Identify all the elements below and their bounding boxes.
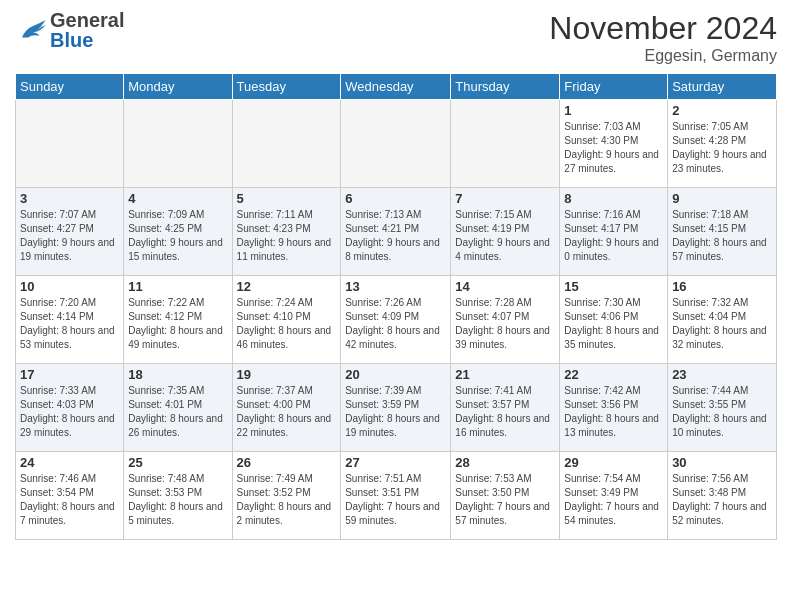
day-number: 23	[672, 367, 772, 382]
table-row: 9Sunrise: 7:18 AM Sunset: 4:15 PM Daylig…	[668, 188, 777, 276]
header-thursday: Thursday	[451, 74, 560, 100]
day-info: Sunrise: 7:20 AM Sunset: 4:14 PM Dayligh…	[20, 296, 119, 352]
day-number: 19	[237, 367, 337, 382]
day-number: 18	[128, 367, 227, 382]
day-info: Sunrise: 7:53 AM Sunset: 3:50 PM Dayligh…	[455, 472, 555, 528]
table-row	[124, 100, 232, 188]
day-number: 9	[672, 191, 772, 206]
table-row: 1Sunrise: 7:03 AM Sunset: 4:30 PM Daylig…	[560, 100, 668, 188]
table-row: 29Sunrise: 7:54 AM Sunset: 3:49 PM Dayli…	[560, 452, 668, 540]
table-row: 27Sunrise: 7:51 AM Sunset: 3:51 PM Dayli…	[341, 452, 451, 540]
day-info: Sunrise: 7:15 AM Sunset: 4:19 PM Dayligh…	[455, 208, 555, 264]
header-wednesday: Wednesday	[341, 74, 451, 100]
day-number: 16	[672, 279, 772, 294]
page-container: General Blue November 2024 Eggesin, Germ…	[0, 0, 792, 550]
table-row	[451, 100, 560, 188]
table-row: 24Sunrise: 7:46 AM Sunset: 3:54 PM Dayli…	[16, 452, 124, 540]
calendar-week-row: 1Sunrise: 7:03 AM Sunset: 4:30 PM Daylig…	[16, 100, 777, 188]
table-row: 18Sunrise: 7:35 AM Sunset: 4:01 PM Dayli…	[124, 364, 232, 452]
day-info: Sunrise: 7:51 AM Sunset: 3:51 PM Dayligh…	[345, 472, 446, 528]
day-number: 8	[564, 191, 663, 206]
calendar-week-row: 24Sunrise: 7:46 AM Sunset: 3:54 PM Dayli…	[16, 452, 777, 540]
day-info: Sunrise: 7:11 AM Sunset: 4:23 PM Dayligh…	[237, 208, 337, 264]
day-number: 17	[20, 367, 119, 382]
day-number: 12	[237, 279, 337, 294]
day-info: Sunrise: 7:46 AM Sunset: 3:54 PM Dayligh…	[20, 472, 119, 528]
day-info: Sunrise: 7:35 AM Sunset: 4:01 PM Dayligh…	[128, 384, 227, 440]
day-number: 15	[564, 279, 663, 294]
logo-blue: Blue	[50, 30, 124, 50]
table-row: 6Sunrise: 7:13 AM Sunset: 4:21 PM Daylig…	[341, 188, 451, 276]
table-row: 28Sunrise: 7:53 AM Sunset: 3:50 PM Dayli…	[451, 452, 560, 540]
header-sunday: Sunday	[16, 74, 124, 100]
day-number: 1	[564, 103, 663, 118]
day-info: Sunrise: 7:39 AM Sunset: 3:59 PM Dayligh…	[345, 384, 446, 440]
calendar-week-row: 10Sunrise: 7:20 AM Sunset: 4:14 PM Dayli…	[16, 276, 777, 364]
day-info: Sunrise: 7:13 AM Sunset: 4:21 PM Dayligh…	[345, 208, 446, 264]
table-row	[232, 100, 341, 188]
day-number: 3	[20, 191, 119, 206]
table-row: 21Sunrise: 7:41 AM Sunset: 3:57 PM Dayli…	[451, 364, 560, 452]
day-number: 5	[237, 191, 337, 206]
day-info: Sunrise: 7:33 AM Sunset: 4:03 PM Dayligh…	[20, 384, 119, 440]
day-number: 22	[564, 367, 663, 382]
day-number: 7	[455, 191, 555, 206]
calendar-table: Sunday Monday Tuesday Wednesday Thursday…	[15, 73, 777, 540]
header-friday: Friday	[560, 74, 668, 100]
calendar-header-row: Sunday Monday Tuesday Wednesday Thursday…	[16, 74, 777, 100]
table-row: 14Sunrise: 7:28 AM Sunset: 4:07 PM Dayli…	[451, 276, 560, 364]
day-info: Sunrise: 7:26 AM Sunset: 4:09 PM Dayligh…	[345, 296, 446, 352]
day-info: Sunrise: 7:16 AM Sunset: 4:17 PM Dayligh…	[564, 208, 663, 264]
table-row: 16Sunrise: 7:32 AM Sunset: 4:04 PM Dayli…	[668, 276, 777, 364]
table-row: 25Sunrise: 7:48 AM Sunset: 3:53 PM Dayli…	[124, 452, 232, 540]
day-info: Sunrise: 7:44 AM Sunset: 3:55 PM Dayligh…	[672, 384, 772, 440]
table-row: 5Sunrise: 7:11 AM Sunset: 4:23 PM Daylig…	[232, 188, 341, 276]
month-title: November 2024	[549, 10, 777, 47]
logo: General Blue	[15, 10, 124, 50]
day-info: Sunrise: 7:30 AM Sunset: 4:06 PM Dayligh…	[564, 296, 663, 352]
table-row: 15Sunrise: 7:30 AM Sunset: 4:06 PM Dayli…	[560, 276, 668, 364]
day-number: 13	[345, 279, 446, 294]
day-number: 24	[20, 455, 119, 470]
header-monday: Monday	[124, 74, 232, 100]
day-number: 25	[128, 455, 227, 470]
table-row: 17Sunrise: 7:33 AM Sunset: 4:03 PM Dayli…	[16, 364, 124, 452]
day-info: Sunrise: 7:05 AM Sunset: 4:28 PM Dayligh…	[672, 120, 772, 176]
table-row: 2Sunrise: 7:05 AM Sunset: 4:28 PM Daylig…	[668, 100, 777, 188]
day-number: 26	[237, 455, 337, 470]
day-number: 2	[672, 103, 772, 118]
table-row: 7Sunrise: 7:15 AM Sunset: 4:19 PM Daylig…	[451, 188, 560, 276]
day-number: 11	[128, 279, 227, 294]
header-saturday: Saturday	[668, 74, 777, 100]
table-row: 8Sunrise: 7:16 AM Sunset: 4:17 PM Daylig…	[560, 188, 668, 276]
day-info: Sunrise: 7:56 AM Sunset: 3:48 PM Dayligh…	[672, 472, 772, 528]
table-row	[16, 100, 124, 188]
day-number: 21	[455, 367, 555, 382]
table-row: 11Sunrise: 7:22 AM Sunset: 4:12 PM Dayli…	[124, 276, 232, 364]
day-info: Sunrise: 7:28 AM Sunset: 4:07 PM Dayligh…	[455, 296, 555, 352]
day-info: Sunrise: 7:41 AM Sunset: 3:57 PM Dayligh…	[455, 384, 555, 440]
table-row: 30Sunrise: 7:56 AM Sunset: 3:48 PM Dayli…	[668, 452, 777, 540]
logo-icon	[15, 13, 50, 48]
day-number: 4	[128, 191, 227, 206]
header: General Blue November 2024 Eggesin, Germ…	[15, 10, 777, 65]
day-info: Sunrise: 7:22 AM Sunset: 4:12 PM Dayligh…	[128, 296, 227, 352]
day-info: Sunrise: 7:03 AM Sunset: 4:30 PM Dayligh…	[564, 120, 663, 176]
day-info: Sunrise: 7:18 AM Sunset: 4:15 PM Dayligh…	[672, 208, 772, 264]
day-number: 6	[345, 191, 446, 206]
day-number: 27	[345, 455, 446, 470]
table-row: 20Sunrise: 7:39 AM Sunset: 3:59 PM Dayli…	[341, 364, 451, 452]
location: Eggesin, Germany	[549, 47, 777, 65]
day-info: Sunrise: 7:48 AM Sunset: 3:53 PM Dayligh…	[128, 472, 227, 528]
header-tuesday: Tuesday	[232, 74, 341, 100]
day-info: Sunrise: 7:24 AM Sunset: 4:10 PM Dayligh…	[237, 296, 337, 352]
day-info: Sunrise: 7:49 AM Sunset: 3:52 PM Dayligh…	[237, 472, 337, 528]
table-row: 23Sunrise: 7:44 AM Sunset: 3:55 PM Dayli…	[668, 364, 777, 452]
calendar-week-row: 17Sunrise: 7:33 AM Sunset: 4:03 PM Dayli…	[16, 364, 777, 452]
day-info: Sunrise: 7:42 AM Sunset: 3:56 PM Dayligh…	[564, 384, 663, 440]
title-section: November 2024 Eggesin, Germany	[549, 10, 777, 65]
day-number: 30	[672, 455, 772, 470]
day-info: Sunrise: 7:07 AM Sunset: 4:27 PM Dayligh…	[20, 208, 119, 264]
table-row: 4Sunrise: 7:09 AM Sunset: 4:25 PM Daylig…	[124, 188, 232, 276]
table-row: 26Sunrise: 7:49 AM Sunset: 3:52 PM Dayli…	[232, 452, 341, 540]
